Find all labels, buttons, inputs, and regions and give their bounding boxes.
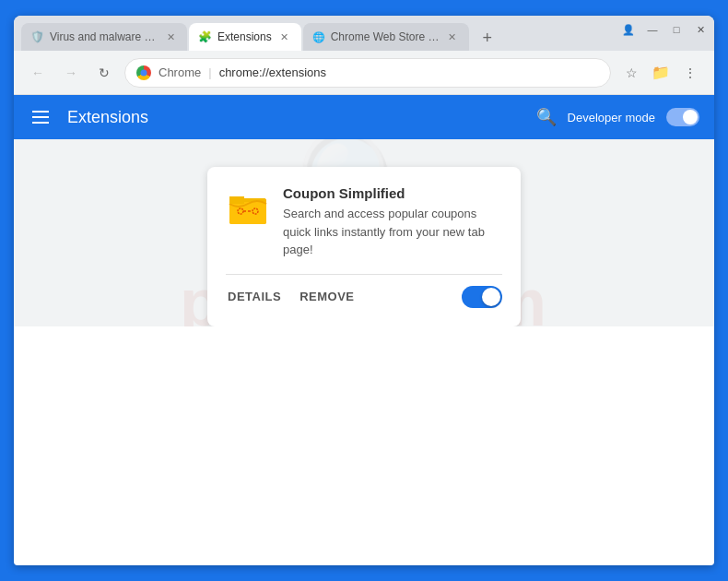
tab-webstore-label: Chrome Web Store - cou... — [331, 30, 440, 43]
hamburger-menu-button[interactable] — [29, 107, 53, 127]
tab-webstore-favicon: 🌐 — [312, 31, 325, 43]
minimize-button[interactable]: — — [646, 23, 659, 36]
devmode-label: Developer mode — [568, 111, 655, 125]
tab-virus-favicon: 🛡️ — [30, 30, 44, 43]
tab-extensions-label: Extensions — [217, 30, 272, 43]
header-right-controls: 🔍 Developer mode — [536, 107, 699, 127]
star-button[interactable]: ☆ — [618, 60, 644, 86]
page-content: 🔍 pcrisk.com — [14, 139, 714, 326]
extensions-header: Extensions 🔍 Developer mode — [14, 95, 714, 139]
browser-window: 🛡️ Virus and malware remo... ✕ 🧩 Extensi… — [14, 16, 714, 565]
tab-webstore-close[interactable]: ✕ — [445, 30, 460, 44]
reload-button[interactable]: ↻ — [91, 60, 117, 86]
address-actions: ☆ 📁 ⋮ — [618, 60, 703, 86]
chrome-logo-icon — [136, 65, 151, 80]
svg-rect-3 — [229, 196, 244, 204]
tab-extensions[interactable]: 🧩 Extensions ✕ — [189, 23, 301, 51]
remove-button[interactable]: REMOVE — [298, 286, 356, 307]
hamburger-line-2 — [32, 116, 49, 118]
page-wrapper: 🔍 pcrisk.com — [14, 139, 714, 565]
more-menu-button[interactable]: ⋮ — [677, 60, 703, 86]
tab-extensions-close[interactable]: ✕ — [277, 30, 292, 44]
extension-folder-button[interactable]: 📁 — [648, 60, 674, 86]
address-bar: ← → ↻ Chrome | chrome://extensions ☆ 📁 ⋮ — [14, 51, 714, 95]
devmode-toggle[interactable] — [666, 108, 699, 126]
devmode-toggle-knob — [683, 110, 698, 125]
forward-button[interactable]: → — [58, 60, 84, 86]
extension-enable-toggle[interactable] — [462, 286, 502, 308]
extension-card: Coupon Simplified Search and access popu… — [207, 167, 521, 326]
extension-card-footer: DETAILS REMOVE — [226, 274, 502, 308]
chrome-label: Chrome — [159, 65, 201, 79]
page-title: Extensions — [67, 108, 522, 127]
tab-virus-label: Virus and malware remo... — [50, 30, 158, 43]
tab-extensions-favicon: 🧩 — [198, 30, 212, 43]
extension-card-header: Coupon Simplified Search and access popu… — [226, 185, 502, 259]
tab-bar: 🛡️ Virus and malware remo... ✕ 🧩 Extensi… — [14, 16, 714, 51]
url-text: chrome://extensions — [219, 65, 326, 79]
hamburger-line-1 — [32, 111, 49, 113]
maximize-button[interactable]: □ — [670, 23, 683, 36]
new-tab-button[interactable]: + — [475, 25, 500, 51]
back-button[interactable]: ← — [25, 60, 51, 86]
hamburger-line-3 — [32, 122, 49, 124]
content-area: Coupon Simplified Search and access popu… — [14, 139, 714, 326]
extension-toggle-knob — [482, 288, 500, 306]
tab-virus[interactable]: 🛡️ Virus and malware remo... ✕ — [21, 23, 187, 51]
extension-info: Coupon Simplified Search and access popu… — [283, 185, 502, 259]
extension-description: Search and access popular coupons quick … — [283, 205, 502, 259]
close-button[interactable]: ✕ — [694, 23, 707, 36]
extension-icon — [226, 185, 270, 230]
details-button[interactable]: DETAILS — [226, 286, 283, 307]
profile-icon[interactable]: 👤 — [622, 23, 635, 36]
address-separator: | — [208, 65, 211, 79]
search-button[interactable]: 🔍 — [536, 107, 557, 127]
address-input[interactable]: Chrome | chrome://extensions — [124, 58, 611, 88]
extension-name: Coupon Simplified — [283, 185, 502, 201]
window-controls: 👤 — □ ✕ — [622, 23, 707, 36]
browser-content: ← → ↻ Chrome | chrome://extensions ☆ 📁 ⋮ — [14, 51, 714, 565]
tab-webstore[interactable]: 🌐 Chrome Web Store - cou... ✕ — [303, 23, 469, 51]
tab-virus-close[interactable]: ✕ — [163, 30, 178, 44]
